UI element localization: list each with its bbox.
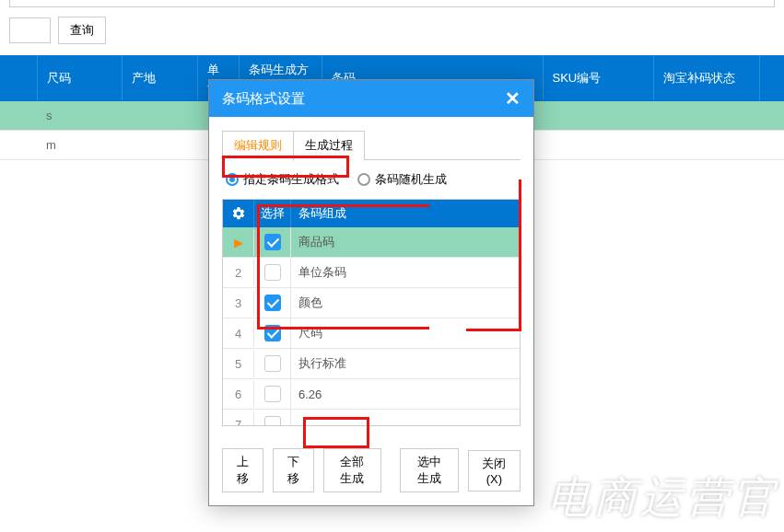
row-index: 2	[223, 260, 254, 286]
radio-specify-format[interactable]: 指定条码生成格式	[226, 171, 339, 188]
move-down-button[interactable]: 下移	[273, 448, 314, 492]
th-component[interactable]: 条码组成	[291, 200, 505, 227]
grid-row[interactable]: 3颜色	[223, 287, 520, 318]
th-origin[interactable]: 产地	[122, 56, 197, 101]
row-index: 5	[223, 351, 254, 377]
row-checkbox[interactable]	[254, 410, 291, 425]
radio-label: 条码随机生成	[375, 171, 447, 188]
row-checkbox[interactable]	[254, 349, 291, 378]
th-blank2	[759, 56, 784, 101]
gear-icon[interactable]	[223, 200, 254, 227]
grid-row[interactable]: ▶商品码	[223, 227, 520, 257]
grid-row[interactable]: 7	[223, 409, 520, 425]
row-label: 执行标准	[291, 349, 520, 378]
th-sku[interactable]: SKU编号	[543, 56, 653, 101]
checkbox-icon	[264, 264, 281, 281]
radio-icon	[226, 173, 239, 186]
th-select[interactable]: 选择	[254, 200, 291, 227]
th-blank	[0, 56, 37, 101]
tab-gen-process[interactable]: 生成过程	[293, 131, 365, 160]
row-checkbox[interactable]	[254, 227, 291, 257]
row-checkbox[interactable]	[254, 258, 291, 287]
th-size[interactable]: 尺码	[37, 56, 122, 101]
checkbox-icon	[264, 234, 281, 250]
checkbox-icon	[264, 355, 281, 372]
checkbox-icon	[264, 386, 281, 402]
row-label: 单位条码	[291, 258, 520, 287]
radio-label: 指定条码生成格式	[243, 171, 339, 188]
barcode-format-dialog: 条码格式设置 ✕ 编辑规则 生成过程 指定条码生成格式 条码随机生成 选择 条	[208, 79, 534, 506]
close-icon[interactable]: ✕	[505, 89, 521, 108]
grid-row[interactable]: 2单位条码	[223, 257, 520, 287]
row-label: 6.26	[291, 381, 520, 408]
tab-edit-rule[interactable]: 编辑规则	[222, 131, 294, 160]
query-button[interactable]: 查询	[58, 17, 106, 44]
generate-all-button[interactable]: 全部生成	[323, 448, 382, 492]
generate-selected-button[interactable]: 选中生成	[400, 448, 459, 492]
row-label: 尺码	[291, 318, 520, 348]
grid-row[interactable]: 4尺码	[223, 318, 520, 348]
th-taobao[interactable]: 淘宝补码状态	[653, 56, 759, 101]
watermark: 电商运营官	[548, 469, 778, 526]
radio-random[interactable]: 条码随机生成	[357, 171, 447, 188]
row-index: 3	[223, 290, 254, 317]
row-index: 6	[223, 381, 254, 408]
checkbox-icon	[264, 325, 281, 341]
row-index: 4	[223, 320, 254, 347]
row-checkbox[interactable]	[254, 318, 291, 348]
checkbox-icon	[264, 295, 281, 311]
checkbox-icon	[264, 416, 281, 425]
grid-row[interactable]: 5执行标准	[223, 348, 520, 378]
row-label: 颜色	[291, 288, 520, 318]
move-up-button[interactable]: 上移	[222, 448, 263, 492]
row-label: 商品码	[291, 227, 520, 257]
search-input[interactable]	[9, 17, 51, 43]
row-label	[291, 418, 520, 425]
grid-row[interactable]: 66.26	[223, 378, 520, 409]
row-index: 7	[223, 411, 254, 426]
row-index: ▶	[223, 229, 254, 256]
row-checkbox[interactable]	[254, 379, 291, 409]
close-button[interactable]: 关闭(X)	[468, 450, 521, 492]
dialog-title: 条码格式设置	[222, 90, 305, 108]
row-checkbox[interactable]	[254, 288, 291, 318]
radio-icon	[357, 173, 370, 186]
